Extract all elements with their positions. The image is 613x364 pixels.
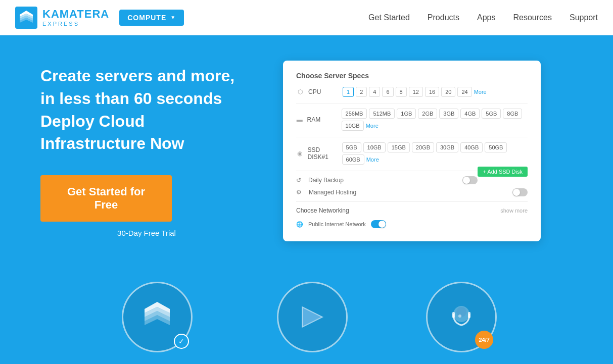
svg-rect-11 xyxy=(452,312,455,318)
ram-more[interactable]: More xyxy=(366,123,379,129)
show-more-link[interactable]: show more xyxy=(500,207,528,214)
nav-apps[interactable]: Apps xyxy=(477,13,495,22)
logo-sub: EXPRESS xyxy=(42,21,109,27)
ssd-label: SSD DISK#1 xyxy=(308,146,338,161)
svg-marker-9 xyxy=(302,307,322,327)
unlimited-icon xyxy=(137,297,177,337)
networking-section: Choose Networking show more 🌐 Public Int… xyxy=(296,207,528,230)
ssd-opt-20gb[interactable]: 20GB xyxy=(412,142,434,152)
ssd-more[interactable]: More xyxy=(366,157,379,163)
cpu-more[interactable]: More xyxy=(474,89,487,95)
ram-opt-5gb[interactable]: 5GB xyxy=(482,109,501,119)
hero-headline: Create servers and more, in less than 60… xyxy=(40,65,253,155)
managed-hosting-toggle[interactable] xyxy=(512,188,528,196)
ssd-options: 5GB 10GB 15GB 20GB 30GB 40GB 50GB 60GB M… xyxy=(342,142,528,165)
feature-support: 24/7 Premium Human Support 24/7 xyxy=(422,282,501,364)
cpu-opt-8[interactable]: 8 xyxy=(396,87,407,97)
badge-247: 24/7 xyxy=(475,331,493,349)
feature-unlimited-circle: ✓ xyxy=(122,282,193,352)
ssd-opt-50gb[interactable]: 50GB xyxy=(485,142,507,152)
feature-unlimited-name: Unlimited Scale Up and Scale Out xyxy=(112,361,203,364)
ram-opt-4gb[interactable]: 4GB xyxy=(460,109,480,119)
backup-icon: ↺ xyxy=(296,177,301,184)
header: KAMATERA EXPRESS COMPUTE ▼ Get Started P… xyxy=(0,0,613,35)
ram-options: 256MB 512MB 1GB 2GB 3GB 4GB 5GB 8GB 10GB… xyxy=(342,109,528,131)
ram-opt-2gb[interactable]: 2GB xyxy=(418,109,437,119)
kamatera-logo-icon xyxy=(15,7,37,29)
managed-hosting-label: Managed Hosting xyxy=(309,189,507,196)
public-internet-toggle[interactable] xyxy=(371,220,386,228)
ram-icon: ▬ xyxy=(296,116,303,124)
cpu-opt-6[interactable]: 6 xyxy=(382,87,393,97)
cpu-opt-4[interactable]: 4 xyxy=(369,87,380,97)
cpu-opt-12[interactable]: 12 xyxy=(409,87,423,97)
svg-point-13 xyxy=(456,307,466,317)
feature-management: Simple Management Console and API xyxy=(273,282,352,364)
ssd-icon: ◉ xyxy=(296,149,304,158)
public-internet-label: Public Internet Network xyxy=(308,221,366,227)
check-badge-icon: ✓ xyxy=(174,334,189,349)
nav-products[interactable]: Products xyxy=(428,13,459,22)
daily-backup-row: ↺ Daily Backup xyxy=(296,176,478,184)
ssd-opt-5gb[interactable]: 5GB xyxy=(342,142,361,152)
cpu-opt-20[interactable]: 20 xyxy=(441,87,455,97)
ram-opt-512mb[interactable]: 512MB xyxy=(369,109,395,119)
cpu-opt-2[interactable]: 2 xyxy=(356,87,367,97)
chevron-down-icon: ▼ xyxy=(170,15,176,20)
nav-get-started[interactable]: Get Started xyxy=(368,13,410,22)
compute-dropdown-button[interactable]: COMPUTE ▼ xyxy=(119,10,184,26)
ram-row: ▬ RAM 256MB 512MB 1GB 2GB 3GB 4GB 5GB 8G… xyxy=(296,109,528,131)
ram-opt-256mb[interactable]: 256MB xyxy=(342,109,367,119)
logo-area: KAMATERA EXPRESS xyxy=(15,7,109,29)
feature-support-circle: 24/7 xyxy=(426,282,497,352)
ram-opt-3gb[interactable]: 3GB xyxy=(439,109,458,119)
get-started-button[interactable]: Get Started for Free xyxy=(40,175,172,222)
public-internet-row: 🌐 Public Internet Network xyxy=(296,218,528,230)
cpu-opt-1[interactable]: 1 xyxy=(343,87,354,97)
hero-section: Create servers and more, in less than 60… xyxy=(0,35,613,272)
ram-opt-8gb[interactable]: 8GB xyxy=(503,109,522,119)
networking-header: Choose Networking show more xyxy=(296,207,528,214)
ssd-opt-15gb[interactable]: 15GB xyxy=(388,142,410,152)
cpu-label: CPU xyxy=(308,88,339,95)
feature-management-circle xyxy=(277,282,348,352)
cpu-options: 1 2 4 6 8 12 16 20 24 More xyxy=(343,87,487,97)
nav-resources[interactable]: Resources xyxy=(513,13,551,22)
ssd-row: ◉ SSD DISK#1 5GB 10GB 15GB 20GB 30GB 40G… xyxy=(296,142,528,165)
ram-label: RAM xyxy=(307,116,338,123)
daily-backup-label: Daily Backup xyxy=(308,177,457,184)
networking-title: Choose Networking xyxy=(296,207,349,214)
daily-backup-toggle[interactable] xyxy=(462,176,478,184)
ssd-opt-40gb[interactable]: 40GB xyxy=(460,142,483,152)
ssd-opt-10gb[interactable]: 10GB xyxy=(363,142,386,152)
logo-name: KAMATERA xyxy=(42,8,109,20)
svg-rect-12 xyxy=(468,312,470,318)
ssd-opt-30gb[interactable]: 30GB xyxy=(436,142,458,152)
cpu-opt-16[interactable]: 16 xyxy=(425,87,439,97)
management-icon xyxy=(295,299,330,335)
feature-management-name: Simple Management Console and API xyxy=(273,361,352,364)
logo-text: KAMATERA EXPRESS xyxy=(42,8,109,26)
server-specs-card: Choose Server Specs ⬡ CPU 1 2 4 6 8 12 1… xyxy=(283,61,541,241)
cpu-opt-24[interactable]: 24 xyxy=(457,87,471,97)
main-nav: Get Started Products Apps Resources Supp… xyxy=(368,13,598,22)
hosting-icon: ⚙ xyxy=(296,189,302,196)
managed-hosting-row: ⚙ Managed Hosting xyxy=(296,188,528,196)
cpu-row: ⬡ CPU 1 2 4 6 8 12 16 20 24 More xyxy=(296,87,528,97)
trial-text: 30-Day Free Trial xyxy=(40,229,253,237)
features-section: ✓ Unlimited Scale Up and Scale Out Simpl… xyxy=(0,272,613,364)
cpu-icon: ⬡ xyxy=(296,88,304,96)
hero-text-block: Create servers and more, in less than 60… xyxy=(40,65,253,237)
add-ssd-disk-button[interactable]: + Add SSD Disk xyxy=(478,167,528,177)
ram-opt-1gb[interactable]: 1GB xyxy=(397,109,416,119)
feature-support-name: Premium Human Support 24/7 xyxy=(422,361,501,364)
network-icon: 🌐 xyxy=(296,221,303,228)
ssd-opt-60gb[interactable]: 60GB xyxy=(342,154,364,165)
support-icon xyxy=(441,297,482,337)
ram-opt-10gb[interactable]: 10GB xyxy=(342,121,364,131)
card-title: Choose Server Specs xyxy=(296,72,528,80)
feature-unlimited: ✓ Unlimited Scale Up and Scale Out xyxy=(112,282,203,364)
svg-point-14 xyxy=(458,315,461,318)
nav-support[interactable]: Support xyxy=(570,13,598,22)
